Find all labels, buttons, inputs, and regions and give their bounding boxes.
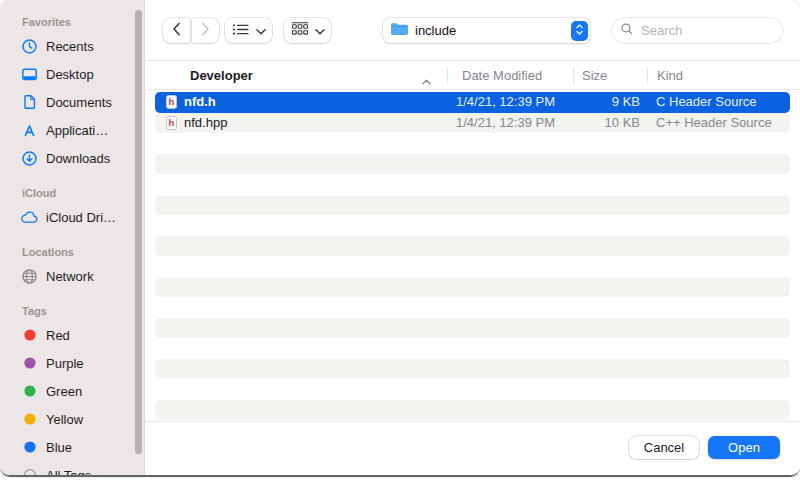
column-header-size[interactable]: Size xyxy=(582,61,607,90)
empty-row xyxy=(155,133,790,154)
list-view-button[interactable] xyxy=(225,18,272,43)
file-list: hnfd.h1/4/21, 12:39 PM9 KBC Header Sourc… xyxy=(146,90,800,421)
empty-row xyxy=(155,174,790,195)
sidebar-item-purple[interactable]: Purple xyxy=(0,349,144,377)
cancel-button[interactable]: Cancel xyxy=(629,436,699,459)
sidebar-item-label: Red xyxy=(46,328,70,343)
tag-dot-icon xyxy=(20,382,39,400)
empty-row xyxy=(155,338,790,359)
sort-ascending-icon xyxy=(422,73,431,88)
folder-select-value: include xyxy=(415,23,456,38)
tag-dot-icon xyxy=(20,410,39,428)
appstore-icon xyxy=(20,121,39,139)
empty-row xyxy=(155,277,790,298)
sidebar-item-label: iCloud Dri… xyxy=(46,210,116,225)
column-divider xyxy=(647,68,648,83)
empty-row xyxy=(155,236,790,257)
column-header-kind[interactable]: Kind xyxy=(657,61,683,90)
stepper-control[interactable] xyxy=(571,21,588,41)
forward-button[interactable] xyxy=(192,18,219,43)
folder-icon xyxy=(390,22,409,40)
sidebar-item-documents[interactable]: Documents xyxy=(0,88,144,116)
sidebar-item-recents[interactable]: Recents xyxy=(0,32,144,60)
group-view-icon xyxy=(291,22,309,39)
sidebar-section-favorites: FavoritesRecentsDesktopDocumentsApplicat… xyxy=(0,14,144,172)
tag-dot-icon xyxy=(20,354,39,372)
sidebar-item-label: Network xyxy=(46,269,94,284)
chevron-down-icon xyxy=(256,23,266,38)
back-button[interactable] xyxy=(163,18,190,43)
tag-dot-icon xyxy=(20,326,39,344)
sidebar-item-label: Yellow xyxy=(46,412,83,427)
sidebar-item-label: Green xyxy=(46,384,82,399)
clock-icon xyxy=(20,37,39,55)
empty-row xyxy=(155,359,790,380)
sidebar-item-red[interactable]: Red xyxy=(0,321,144,349)
sidebar-section-locations: LocationsNetwork xyxy=(0,244,144,290)
dialog-footer: Cancel Open xyxy=(146,421,800,473)
folder-select[interactable]: include xyxy=(383,18,590,43)
sidebar-item-network[interactable]: Network xyxy=(0,262,144,290)
sidebar-item-icloud-dri[interactable]: iCloud Dri… xyxy=(0,203,144,231)
column-divider xyxy=(447,68,448,83)
file-size: 10 KB xyxy=(605,113,640,134)
sidebar-item-yellow[interactable]: Yellow xyxy=(0,405,144,433)
file-type-icon: h xyxy=(166,95,177,109)
file-name: nfd.h xyxy=(184,92,216,113)
column-header-name[interactable]: Developer xyxy=(190,61,253,90)
file-name: nfd.hpp xyxy=(184,113,227,134)
sidebar-item-all-tags[interactable]: All Tags xyxy=(0,461,144,475)
column-header-row: Developer Date Modified Size Kind xyxy=(146,61,800,90)
sidebar-item-downloads[interactable]: Downloads xyxy=(0,144,144,172)
open-button[interactable]: Open xyxy=(708,436,780,459)
sidebar-item-label: Downloads xyxy=(46,151,110,166)
chevron-left-icon xyxy=(172,22,181,39)
file-kind: C++ Header Source xyxy=(656,113,772,134)
open-file-dialog: FavoritesRecentsDesktopDocumentsApplicat… xyxy=(0,0,800,477)
document-icon xyxy=(20,93,39,111)
file-date-modified: 1/4/21, 12:39 PM xyxy=(456,113,555,134)
globe-icon xyxy=(20,267,39,285)
sidebar-section-label: iCloud xyxy=(22,185,144,201)
sidebar-scrollbar[interactable] xyxy=(135,10,142,454)
sidebar-item-blue[interactable]: Blue xyxy=(0,433,144,461)
empty-row xyxy=(155,297,790,318)
search-field[interactable] xyxy=(612,18,783,43)
sidebar-item-applicati[interactable]: Applicati… xyxy=(0,116,144,144)
file-type-icon: h xyxy=(166,116,177,130)
empty-row xyxy=(155,379,790,400)
sidebar-item-desktop[interactable]: Desktop xyxy=(0,60,144,88)
up-down-chevrons-icon xyxy=(575,22,584,40)
chevron-down-icon xyxy=(315,23,325,38)
list-view-icon xyxy=(232,23,250,39)
sidebar-item-label: Blue xyxy=(46,440,72,455)
chevron-right-icon xyxy=(201,22,210,39)
sidebar-section-label: Tags xyxy=(22,303,144,319)
file-size: 9 KB xyxy=(612,92,640,113)
sidebar-section-icloud: iCloudiCloud Dri… xyxy=(0,185,144,231)
sidebar: FavoritesRecentsDesktopDocumentsApplicat… xyxy=(0,0,145,475)
search-input[interactable] xyxy=(639,22,775,39)
toolbar: include xyxy=(146,0,800,61)
file-row[interactable]: hnfd.h1/4/21, 12:39 PM9 KBC Header Sourc… xyxy=(155,92,790,113)
empty-row xyxy=(155,256,790,277)
column-divider xyxy=(573,68,574,83)
column-header-date-modified[interactable]: Date Modified xyxy=(462,61,542,90)
sidebar-item-label: Documents xyxy=(46,95,112,110)
tag-dot-icon xyxy=(20,438,39,456)
content-pane: include Developer Date Modified Size Kin… xyxy=(146,0,800,475)
sidebar-item-label: Applicati… xyxy=(46,123,108,138)
download-circle-icon xyxy=(20,149,39,167)
group-view-button[interactable] xyxy=(284,18,331,43)
file-date-modified: 1/4/21, 12:39 PM xyxy=(456,92,555,113)
empty-row xyxy=(155,195,790,216)
empty-row xyxy=(155,318,790,339)
sidebar-item-green[interactable]: Green xyxy=(0,377,144,405)
sidebar-item-label: Desktop xyxy=(46,67,94,82)
sidebar-section-label: Favorites xyxy=(22,14,144,30)
circle-outline-icon xyxy=(20,466,39,475)
cloud-icon xyxy=(20,208,39,226)
empty-row xyxy=(155,400,790,421)
file-row[interactable]: hnfd.hpp1/4/21, 12:39 PM10 KBC++ Header … xyxy=(155,113,790,134)
sidebar-item-label: All Tags xyxy=(46,468,91,476)
